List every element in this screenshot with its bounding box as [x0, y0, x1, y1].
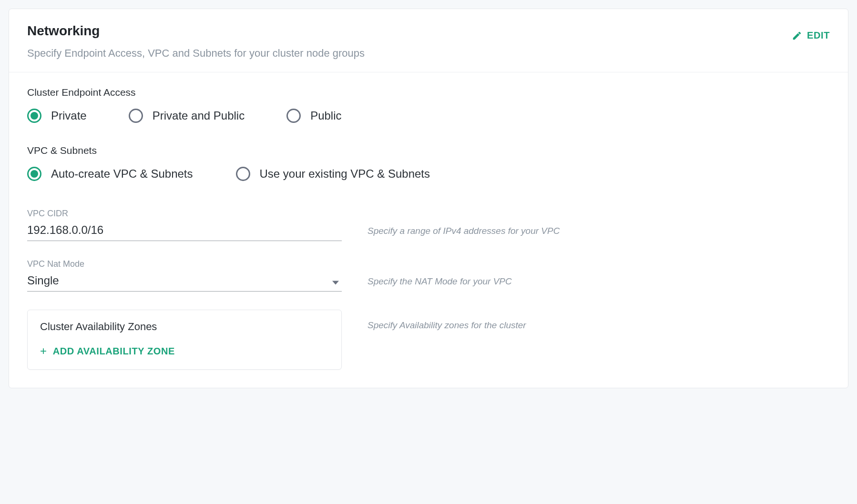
radio-label: Public — [310, 109, 341, 122]
card-title: Networking — [27, 23, 365, 39]
availability-zones-title: Cluster Availability Zones — [40, 321, 329, 333]
radio-indicator — [27, 109, 41, 123]
vpc-cidr-field: VPC CIDR — [27, 209, 342, 241]
add-availability-zone-label: ADD AVAILABILITY ZONE — [53, 346, 175, 357]
radio-label: Private — [51, 109, 87, 122]
radio-existing-vpc[interactable]: Use your existing VPC & Subnets — [236, 167, 430, 181]
vpc-nat-value[interactable] — [27, 272, 342, 292]
radio-public[interactable]: Public — [286, 109, 341, 123]
radio-indicator — [236, 167, 250, 181]
card-subtitle: Specify Endpoint Access, VPC and Subnets… — [27, 47, 365, 60]
vpc-cidr-input[interactable] — [27, 222, 342, 241]
endpoint-access-label: Cluster Endpoint Access — [27, 87, 830, 98]
card-header-left: Networking Specify Endpoint Access, VPC … — [27, 23, 365, 60]
plus-icon: + — [40, 345, 47, 357]
vpc-subnets-radio-group: Auto-create VPC & Subnets Use your exist… — [27, 167, 830, 181]
pencil-icon — [792, 30, 802, 41]
radio-private[interactable]: Private — [27, 109, 87, 123]
radio-indicator — [286, 109, 301, 123]
add-availability-zone-button[interactable]: + ADD AVAILABILITY ZONE — [40, 345, 175, 357]
radio-indicator — [27, 167, 41, 181]
vpc-nat-field: VPC Nat Mode — [27, 259, 342, 292]
radio-label: Auto-create VPC & Subnets — [51, 167, 193, 181]
edit-button[interactable]: EDIT — [792, 23, 830, 41]
card-header: Networking Specify Endpoint Access, VPC … — [9, 9, 848, 72]
radio-label: Use your existing VPC & Subnets — [260, 167, 430, 181]
radio-auto-create-vpc[interactable]: Auto-create VPC & Subnets — [27, 167, 193, 181]
card-body: Cluster Endpoint Access Private Private … — [9, 72, 848, 388]
vpc-cidr-help: Specify a range of IPv4 addresses for yo… — [367, 226, 830, 241]
vpc-subnets-label: VPC & Subnets — [27, 145, 830, 156]
availability-zones-card: Cluster Availability Zones + ADD AVAILAB… — [27, 310, 342, 370]
radio-label: Private and Public — [153, 109, 245, 122]
vpc-nat-label: VPC Nat Mode — [27, 259, 342, 269]
edit-button-label: EDIT — [807, 30, 830, 41]
vpc-nat-help: Specify the NAT Mode for your VPC — [367, 276, 830, 292]
radio-private-public[interactable]: Private and Public — [129, 109, 245, 123]
vpc-cidr-label: VPC CIDR — [27, 209, 342, 219]
networking-card: Networking Specify Endpoint Access, VPC … — [9, 9, 848, 388]
availability-zones-help: Specify Availability zones for the clust… — [367, 310, 830, 335]
vpc-fields-grid: VPC CIDR Specify a range of IPv4 address… — [27, 209, 830, 370]
radio-indicator — [129, 109, 143, 123]
endpoint-access-radio-group: Private Private and Public Public — [27, 109, 830, 123]
vpc-nat-select[interactable] — [27, 272, 342, 292]
